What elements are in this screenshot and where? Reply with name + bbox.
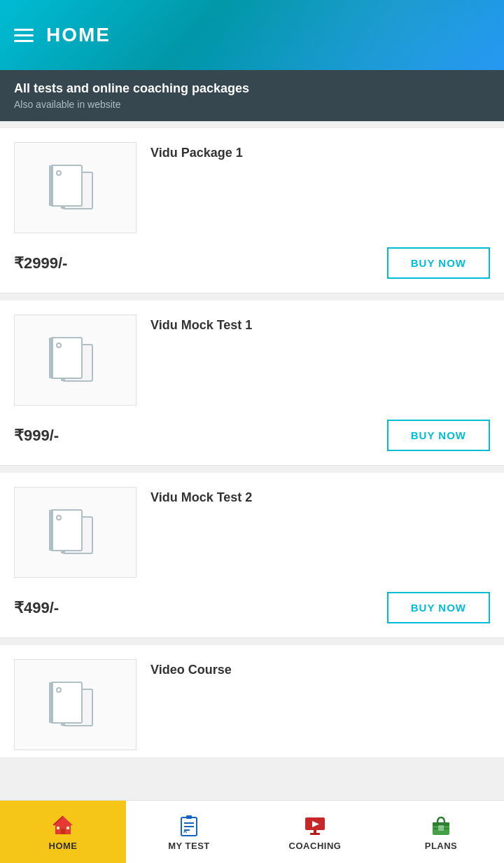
package-card-4-partial: Video Course	[0, 645, 504, 757]
package-name-3: Vidu Mock Test 2	[150, 487, 252, 505]
package-price-2: ₹999/-	[14, 427, 59, 445]
nav-plans-label: PLANS	[425, 841, 458, 851]
svg-rect-21	[61, 829, 65, 834]
package-image-4	[14, 659, 136, 750]
svg-rect-2	[51, 165, 82, 206]
nav-plans[interactable]: PLANS	[378, 801, 504, 863]
package-price-1: ₹2999/-	[14, 254, 67, 272]
package-card-3: Vidu Mock Test 2 ₹499/- BUY NOW	[0, 473, 504, 638]
package-card-1: Vidu Package 1 ₹2999/- BUY NOW	[0, 128, 504, 294]
package-image-2	[14, 315, 136, 406]
package-name-2: Vidu Mock Test 1	[150, 315, 252, 333]
coaching-icon	[302, 813, 328, 838]
app-header: HOME	[0, 0, 504, 70]
buy-button-3[interactable]: BUY NOW	[387, 592, 490, 623]
plans-icon	[428, 813, 454, 838]
svg-rect-8	[49, 338, 53, 378]
svg-rect-25	[186, 815, 192, 819]
nav-coaching[interactable]: COACHING	[252, 801, 378, 863]
buy-button-2[interactable]: BUY NOW	[387, 420, 490, 451]
content-area: Vidu Package 1 ₹2999/- BUY NOW Vidu Mock…	[0, 121, 504, 764]
svg-rect-33	[310, 833, 320, 835]
package-name-1: Vidu Package 1	[150, 142, 243, 160]
package-image-1	[14, 142, 136, 233]
svg-rect-13	[49, 510, 53, 551]
nav-mytest[interactable]: A MY TEST	[126, 801, 252, 863]
home-icon	[50, 813, 76, 838]
svg-rect-23	[66, 827, 69, 829]
package-name-4: Video Course	[150, 659, 232, 677]
banner-title: All tests and online coaching packages	[14, 81, 490, 96]
bottom-navigation: HOME A MY TEST	[0, 800, 504, 863]
svg-rect-37	[438, 825, 444, 831]
nav-coaching-label: COACHING	[289, 841, 342, 851]
package-card-2: Vidu Mock Test 1 ₹999/- BUY NOW	[0, 301, 504, 466]
package-price-3: ₹499/-	[14, 599, 59, 617]
svg-rect-22	[57, 827, 59, 829]
svg-rect-18	[49, 682, 53, 723]
nav-home[interactable]: HOME	[0, 801, 126, 863]
nav-mytest-label: MY TEST	[168, 841, 210, 851]
nav-home-label: HOME	[49, 841, 78, 851]
svg-rect-17	[51, 682, 82, 723]
mytest-icon: A	[176, 813, 202, 838]
svg-rect-7	[51, 338, 82, 378]
svg-text:A: A	[183, 829, 187, 834]
header-title: HOME	[46, 24, 111, 46]
svg-rect-3	[49, 165, 53, 206]
promo-banner: All tests and online coaching packages A…	[0, 70, 504, 121]
banner-subtitle: Also available in website	[14, 99, 490, 110]
package-image-3	[14, 487, 136, 578]
svg-rect-12	[51, 510, 82, 551]
menu-icon[interactable]	[14, 29, 34, 42]
buy-button-1[interactable]: BUY NOW	[387, 247, 490, 279]
